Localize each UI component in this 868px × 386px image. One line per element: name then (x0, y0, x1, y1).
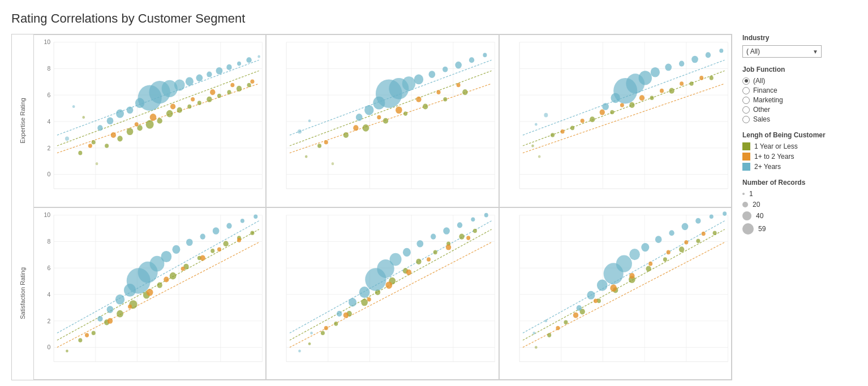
svg-point-89 (403, 111, 407, 116)
y-axis-top-label: Expertise Rating (19, 98, 26, 144)
svg-point-301 (663, 257, 667, 262)
svg-point-135 (610, 110, 614, 115)
svg-text:2: 2 (47, 317, 50, 324)
scatter-panel-bottom-2 (266, 207, 499, 380)
svg-point-45 (210, 89, 215, 95)
svg-point-22 (78, 151, 82, 155)
svg-point-209 (237, 238, 241, 242)
svg-point-98 (396, 106, 402, 114)
radio-label-sales: Sales (753, 115, 770, 123)
svg-point-259 (427, 257, 431, 262)
svg-point-147 (639, 95, 644, 101)
svg-point-91 (444, 97, 448, 102)
svg-point-328 (544, 319, 547, 322)
svg-point-326 (723, 211, 727, 216)
svg-point-144 (580, 119, 584, 123)
svg-point-255 (343, 312, 349, 318)
svg-point-204 (147, 288, 153, 296)
scatter-svg-bottom-2 (267, 208, 498, 380)
svg-point-44 (191, 97, 195, 102)
svg-point-212 (115, 294, 124, 305)
svg-point-42 (150, 114, 157, 121)
records-circle-59 (742, 223, 754, 235)
svg-point-40 (111, 132, 116, 138)
svg-point-60 (216, 67, 223, 75)
records-label-59: 59 (758, 225, 766, 233)
svg-point-322 (669, 230, 674, 236)
svg-point-158 (679, 61, 684, 67)
svg-point-141 (531, 144, 534, 147)
svg-point-115 (308, 119, 311, 122)
radio-other[interactable]: Other (742, 106, 862, 114)
svg-point-254 (324, 326, 328, 330)
job-function-radio-group: (All) Finance Marketing Other (742, 77, 862, 123)
svg-point-142 (538, 155, 540, 158)
svg-point-56 (174, 79, 185, 90)
svg-point-94 (332, 162, 334, 165)
svg-point-222 (226, 223, 231, 228)
svg-point-249 (416, 258, 422, 264)
svg-text:8: 8 (47, 237, 50, 244)
svg-point-257 (386, 281, 393, 289)
svg-point-162 (535, 123, 538, 126)
svg-point-102 (356, 114, 363, 121)
svg-point-218 (172, 245, 180, 253)
svg-point-303 (696, 238, 700, 243)
legend-label-1year: 1 Year or Less (754, 142, 798, 150)
svg-point-39 (88, 144, 92, 148)
svg-point-138 (669, 88, 674, 94)
records-row-59: 59 (742, 223, 862, 235)
svg-point-100 (437, 90, 441, 94)
svg-point-245 (362, 298, 368, 306)
radio-sales[interactable]: Sales (742, 115, 862, 123)
svg-point-198 (223, 241, 228, 246)
scatter-svg-bottom-1: 10 8 6 4 2 0 (34, 208, 265, 380)
svg-point-133 (570, 126, 574, 131)
svg-point-325 (709, 214, 713, 219)
svg-point-110 (442, 67, 448, 72)
svg-point-159 (691, 56, 698, 63)
svg-point-312 (684, 240, 688, 244)
industry-select[interactable]: ( All) Technology Healthcare Finance Ret… (742, 45, 822, 58)
svg-text:0: 0 (47, 171, 50, 177)
svg-point-321 (655, 236, 662, 243)
svg-point-307 (594, 298, 598, 303)
content-row: Expertise Rating (11, 34, 862, 380)
svg-point-193 (157, 282, 162, 288)
radio-circle-finance (742, 87, 750, 94)
svg-point-161 (719, 49, 723, 53)
svg-point-151 (602, 103, 609, 110)
scatter-svg-bottom-3 (500, 208, 731, 380)
svg-point-51 (127, 106, 134, 114)
radio-marketing[interactable]: Marketing (742, 96, 862, 104)
svg-point-260 (446, 244, 451, 250)
radio-all[interactable]: (All) (742, 77, 862, 85)
svg-point-208 (217, 247, 221, 251)
svg-point-46 (230, 83, 234, 88)
svg-point-146 (620, 103, 624, 107)
svg-point-64 (65, 137, 69, 141)
svg-point-219 (186, 238, 193, 246)
svg-point-90 (423, 103, 428, 109)
svg-text:6: 6 (47, 92, 50, 98)
svg-point-293 (535, 346, 538, 349)
svg-point-221 (213, 227, 220, 235)
svg-point-160 (705, 52, 710, 58)
svg-point-150 (699, 76, 703, 80)
radio-finance[interactable]: Finance (742, 86, 862, 94)
svg-point-34 (207, 97, 212, 102)
svg-point-274 (484, 212, 488, 217)
svg-point-252 (459, 233, 465, 239)
svg-point-203 (128, 304, 132, 309)
svg-point-187 (78, 338, 82, 342)
svg-point-315 (587, 290, 595, 299)
svg-point-49 (107, 117, 114, 124)
svg-point-99 (416, 97, 422, 102)
svg-point-48 (97, 125, 102, 131)
svg-point-223 (240, 218, 244, 223)
svg-point-242 (321, 331, 325, 335)
svg-point-50 (116, 110, 124, 118)
svg-point-86 (343, 132, 349, 138)
svg-point-137 (650, 96, 654, 100)
svg-point-308 (610, 284, 617, 292)
